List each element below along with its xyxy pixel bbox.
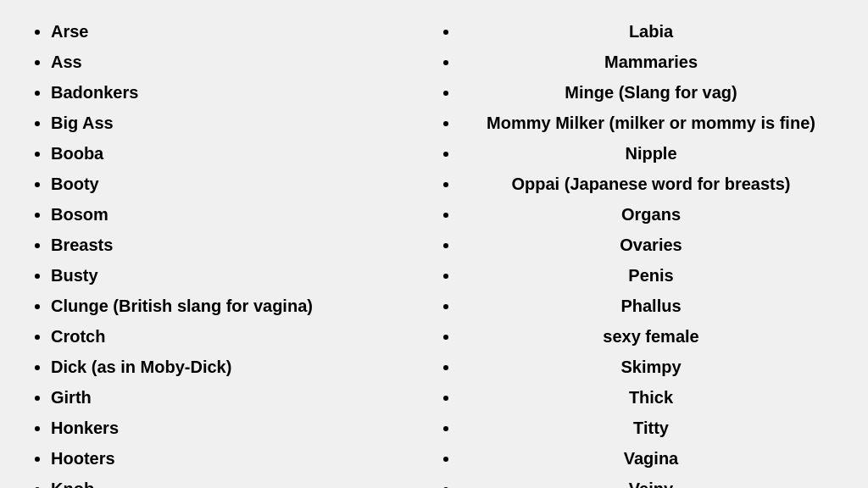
- list-item: Crotch: [51, 322, 434, 351]
- left-column: ArseAssBadonkersBig AssBoobaBootyBosomBr…: [25, 17, 434, 488]
- list-item: Oppai (Japanese word for breasts): [459, 169, 843, 198]
- right-column: LabiaMammariesMinge (Slang for vag)Mommy…: [434, 17, 843, 488]
- list-item: Thick: [459, 383, 843, 412]
- list-item: Breasts: [51, 230, 434, 259]
- list-item: Booty: [51, 169, 434, 198]
- list-item: Penis: [459, 261, 843, 290]
- list-item: Vagina: [459, 444, 843, 473]
- list-item: Mommy Milker (milker or mommy is fine): [459, 108, 843, 137]
- list-item: Clunge (British slang for vagina): [51, 291, 434, 320]
- list-item: Titty: [459, 413, 843, 442]
- list-item: Knob: [51, 474, 434, 488]
- list-item: Girth: [51, 383, 434, 412]
- list-item: Veiny: [459, 474, 843, 488]
- list-item: Ass: [51, 47, 434, 76]
- left-list: ArseAssBadonkersBig AssBoobaBootyBosomBr…: [25, 17, 434, 488]
- main-container: ArseAssBadonkersBig AssBoobaBootyBosomBr…: [25, 17, 843, 488]
- list-item: Ovaries: [459, 230, 843, 259]
- list-item: Hooters: [51, 444, 434, 473]
- list-item: Phallus: [459, 291, 843, 320]
- list-item: Organs: [459, 200, 843, 229]
- list-item: Dick (as in Moby-Dick): [51, 352, 434, 381]
- list-item: Honkers: [51, 413, 434, 442]
- list-item: Mammaries: [459, 47, 843, 76]
- list-item: Labia: [459, 17, 843, 46]
- list-item: Arse: [51, 17, 434, 46]
- list-item: Big Ass: [51, 108, 434, 137]
- list-item: Minge (Slang for vag): [459, 78, 843, 107]
- list-item: Badonkers: [51, 78, 434, 107]
- list-item: Skimpy: [459, 352, 843, 381]
- right-list: LabiaMammariesMinge (Slang for vag)Mommy…: [434, 17, 843, 488]
- list-item: sexy female: [459, 322, 843, 351]
- list-item: Booba: [51, 139, 434, 168]
- list-item: Busty: [51, 261, 434, 290]
- list-item: Bosom: [51, 200, 434, 229]
- list-item: Nipple: [459, 139, 843, 168]
